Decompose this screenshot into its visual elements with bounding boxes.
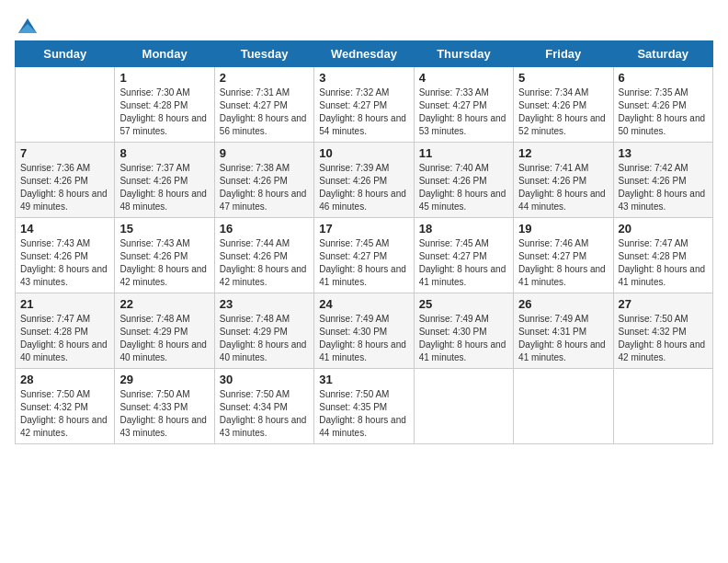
day-cell: 31Sunrise: 7:50 AMSunset: 4:35 PMDayligh… xyxy=(314,369,414,444)
header-friday: Friday xyxy=(514,41,613,67)
day-number: 1 xyxy=(119,71,209,85)
day-info: Sunrise: 7:46 AMSunset: 4:27 PMDaylight:… xyxy=(518,237,608,289)
day-cell: 1Sunrise: 7:30 AMSunset: 4:28 PMDaylight… xyxy=(115,67,214,143)
day-cell xyxy=(514,369,613,444)
day-info: Sunrise: 7:47 AMSunset: 4:28 PMDaylight:… xyxy=(20,313,109,364)
day-cell: 5Sunrise: 7:34 AMSunset: 4:26 PMDaylight… xyxy=(514,67,613,143)
day-number: 19 xyxy=(518,222,608,236)
header-monday: Monday xyxy=(115,41,214,67)
day-number: 24 xyxy=(319,297,408,311)
day-cell: 24Sunrise: 7:49 AMSunset: 4:30 PMDayligh… xyxy=(314,293,414,369)
day-number: 18 xyxy=(419,222,508,236)
day-number: 10 xyxy=(319,146,408,160)
day-number: 30 xyxy=(220,373,309,386)
day-info: Sunrise: 7:49 AMSunset: 4:30 PMDaylight:… xyxy=(319,313,408,364)
week-row-1: 1Sunrise: 7:30 AMSunset: 4:28 PMDaylight… xyxy=(16,67,713,143)
day-cell: 30Sunrise: 7:50 AMSunset: 4:34 PMDayligh… xyxy=(214,369,313,444)
day-info: Sunrise: 7:37 AMSunset: 4:26 PMDaylight:… xyxy=(119,162,209,213)
day-info: Sunrise: 7:36 AMSunset: 4:26 PMDaylight:… xyxy=(20,162,109,213)
day-number: 9 xyxy=(220,146,309,160)
day-number: 6 xyxy=(619,71,708,85)
day-info: Sunrise: 7:50 AMSunset: 4:35 PMDaylight:… xyxy=(319,388,408,440)
day-info: Sunrise: 7:45 AMSunset: 4:27 PMDaylight:… xyxy=(419,237,508,289)
day-number: 13 xyxy=(619,146,708,160)
day-cell xyxy=(414,369,513,444)
day-cell: 17Sunrise: 7:45 AMSunset: 4:27 PMDayligh… xyxy=(314,218,414,293)
day-info: Sunrise: 7:32 AMSunset: 4:27 PMDaylight:… xyxy=(319,86,408,138)
day-cell: 6Sunrise: 7:35 AMSunset: 4:26 PMDaylight… xyxy=(613,67,712,143)
calendar-table: SundayMondayTuesdayWednesdayThursdayFrid… xyxy=(15,40,713,444)
day-cell: 14Sunrise: 7:43 AMSunset: 4:26 PMDayligh… xyxy=(16,218,115,293)
day-info: Sunrise: 7:50 AMSunset: 4:32 PMDaylight:… xyxy=(20,388,109,440)
day-number: 11 xyxy=(419,146,508,160)
day-info: Sunrise: 7:49 AMSunset: 4:30 PMDaylight:… xyxy=(419,313,508,364)
day-number: 17 xyxy=(319,222,408,236)
day-info: Sunrise: 7:44 AMSunset: 4:26 PMDaylight:… xyxy=(220,237,309,289)
day-cell: 20Sunrise: 7:47 AMSunset: 4:28 PMDayligh… xyxy=(613,218,712,293)
day-cell: 25Sunrise: 7:49 AMSunset: 4:30 PMDayligh… xyxy=(414,293,513,369)
day-info: Sunrise: 7:43 AMSunset: 4:26 PMDaylight:… xyxy=(20,237,109,289)
day-number: 29 xyxy=(119,373,209,386)
logo xyxy=(15,15,39,33)
day-cell: 28Sunrise: 7:50 AMSunset: 4:32 PMDayligh… xyxy=(16,369,115,444)
day-info: Sunrise: 7:33 AMSunset: 4:27 PMDaylight:… xyxy=(419,86,508,138)
day-number: 26 xyxy=(518,297,608,311)
day-number: 3 xyxy=(319,71,408,85)
day-info: Sunrise: 7:31 AMSunset: 4:27 PMDaylight:… xyxy=(220,86,309,138)
day-number: 31 xyxy=(319,373,408,386)
day-number: 5 xyxy=(518,71,608,85)
day-cell: 2Sunrise: 7:31 AMSunset: 4:27 PMDaylight… xyxy=(214,67,313,143)
header-tuesday: Tuesday xyxy=(214,41,313,67)
svg-marker-1 xyxy=(18,24,37,33)
week-row-2: 7Sunrise: 7:36 AMSunset: 4:26 PMDaylight… xyxy=(16,143,713,218)
day-info: Sunrise: 7:38 AMSunset: 4:26 PMDaylight:… xyxy=(220,162,309,213)
day-info: Sunrise: 7:41 AMSunset: 4:26 PMDaylight:… xyxy=(518,162,608,213)
day-number: 23 xyxy=(220,297,309,311)
day-number: 16 xyxy=(220,222,309,236)
day-cell: 3Sunrise: 7:32 AMSunset: 4:27 PMDaylight… xyxy=(314,67,414,143)
day-number: 21 xyxy=(20,297,109,311)
day-info: Sunrise: 7:48 AMSunset: 4:29 PMDaylight:… xyxy=(220,313,309,364)
day-number: 20 xyxy=(619,222,708,236)
day-cell: 22Sunrise: 7:48 AMSunset: 4:29 PMDayligh… xyxy=(115,293,214,369)
day-cell: 7Sunrise: 7:36 AMSunset: 4:26 PMDaylight… xyxy=(16,143,115,218)
day-number: 22 xyxy=(119,297,209,311)
day-number: 15 xyxy=(119,222,209,236)
day-cell: 10Sunrise: 7:39 AMSunset: 4:26 PMDayligh… xyxy=(314,143,414,218)
day-info: Sunrise: 7:47 AMSunset: 4:28 PMDaylight:… xyxy=(619,237,708,289)
day-info: Sunrise: 7:45 AMSunset: 4:27 PMDaylight:… xyxy=(319,237,408,289)
day-number: 27 xyxy=(619,297,708,311)
day-number: 12 xyxy=(518,146,608,160)
day-number: 4 xyxy=(419,71,508,85)
day-info: Sunrise: 7:50 AMSunset: 4:32 PMDaylight:… xyxy=(619,313,708,364)
day-info: Sunrise: 7:39 AMSunset: 4:26 PMDaylight:… xyxy=(319,162,408,213)
day-cell: 18Sunrise: 7:45 AMSunset: 4:27 PMDayligh… xyxy=(414,218,513,293)
day-cell: 12Sunrise: 7:41 AMSunset: 4:26 PMDayligh… xyxy=(514,143,613,218)
day-info: Sunrise: 7:30 AMSunset: 4:28 PMDaylight:… xyxy=(119,86,209,138)
page-header xyxy=(15,15,713,33)
day-number: 2 xyxy=(220,71,309,85)
day-info: Sunrise: 7:50 AMSunset: 4:33 PMDaylight:… xyxy=(119,388,209,440)
day-cell: 26Sunrise: 7:49 AMSunset: 4:31 PMDayligh… xyxy=(514,293,613,369)
day-cell: 23Sunrise: 7:48 AMSunset: 4:29 PMDayligh… xyxy=(214,293,313,369)
day-number: 14 xyxy=(20,222,109,236)
day-cell: 4Sunrise: 7:33 AMSunset: 4:27 PMDaylight… xyxy=(414,67,513,143)
day-info: Sunrise: 7:49 AMSunset: 4:31 PMDaylight:… xyxy=(518,313,608,364)
day-number: 28 xyxy=(20,373,109,386)
day-info: Sunrise: 7:48 AMSunset: 4:29 PMDaylight:… xyxy=(119,313,209,364)
header-wednesday: Wednesday xyxy=(314,41,414,67)
day-cell: 21Sunrise: 7:47 AMSunset: 4:28 PMDayligh… xyxy=(16,293,115,369)
day-cell xyxy=(613,369,712,444)
day-number: 8 xyxy=(119,146,209,160)
day-info: Sunrise: 7:35 AMSunset: 4:26 PMDaylight:… xyxy=(619,86,708,138)
week-row-4: 21Sunrise: 7:47 AMSunset: 4:28 PMDayligh… xyxy=(16,293,713,369)
day-cell: 11Sunrise: 7:40 AMSunset: 4:26 PMDayligh… xyxy=(414,143,513,218)
day-info: Sunrise: 7:34 AMSunset: 4:26 PMDaylight:… xyxy=(518,86,608,138)
day-cell: 9Sunrise: 7:38 AMSunset: 4:26 PMDaylight… xyxy=(214,143,313,218)
logo-icon xyxy=(17,15,39,37)
header-sunday: Sunday xyxy=(16,41,115,67)
day-number: 25 xyxy=(419,297,508,311)
header-saturday: Saturday xyxy=(613,41,712,67)
calendar-header-row: SundayMondayTuesdayWednesdayThursdayFrid… xyxy=(16,41,713,67)
day-info: Sunrise: 7:43 AMSunset: 4:26 PMDaylight:… xyxy=(119,237,209,289)
